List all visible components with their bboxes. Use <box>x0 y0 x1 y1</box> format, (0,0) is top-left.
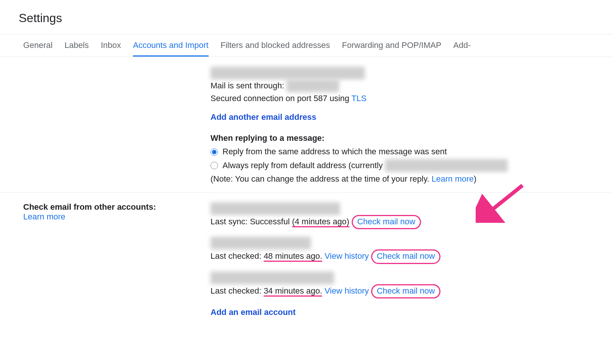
section-left <box>23 67 210 185</box>
reply-option-same-row: Reply from the same address to which the… <box>210 145 612 158</box>
view-history-link[interactable]: View history <box>325 286 369 295</box>
settings-page: Settings General Labels Inbox Accounts a… <box>0 0 612 325</box>
last-checked-time: 34 minutes ago. <box>264 286 322 297</box>
reply-radio-same[interactable] <box>210 148 218 156</box>
tab-accounts-import[interactable]: Accounts and Import <box>133 34 209 57</box>
tab-labels[interactable]: Labels <box>64 34 89 57</box>
check-mail-now-link[interactable]: Check mail now <box>352 215 421 229</box>
add-email-account-link[interactable]: Add an email account <box>210 306 296 319</box>
reply-option-same-label: Reply from the same address to which the… <box>222 145 447 158</box>
view-history-link[interactable]: View history <box>325 251 369 261</box>
reply-option-default-row: Always reply from default address (curre… <box>210 159 612 172</box>
settings-content: ████ ████ <████████████████> Mail is sen… <box>0 57 612 325</box>
last-checked-label: Last checked: <box>210 251 264 261</box>
last-sync-label: Last sync: Successful <box>210 217 292 226</box>
section-check-mail: Check email from other accounts: Learn m… <box>0 192 612 326</box>
external-account-row: ████ ██████ ██ ████ Last checked: 48 min… <box>210 237 612 264</box>
tab-filters[interactable]: Filters and blocked addresses <box>221 34 330 57</box>
secured-connection-text: Secured connection on port 587 using <box>210 94 351 103</box>
section-left-checkmail: Check email from other accounts: Learn m… <box>23 202 210 319</box>
check-mail-heading: Check email from other accounts: <box>23 202 210 212</box>
check-mail-now-link[interactable]: Check mail now <box>371 284 440 298</box>
redacted-account-3: █████████ ████ ███ ████ <box>210 272 334 284</box>
last-checked-label: Last checked: <box>210 286 264 295</box>
last-checked-time: 48 minutes ago. <box>264 251 322 262</box>
section-send-mail-as: ████ ████ <████████████████> Mail is sen… <box>0 57 612 192</box>
redacted-server: █████████ <box>287 79 339 92</box>
tls-link[interactable]: TLS <box>351 94 366 103</box>
settings-tabs: General Labels Inbox Accounts and Import… <box>0 34 612 57</box>
reply-note: (Note: You can change the address at the… <box>210 173 612 185</box>
note-prefix: (Note: You can change the address at the… <box>210 174 431 183</box>
add-another-email-link[interactable]: Add another email address <box>210 111 316 124</box>
tab-forwarding[interactable]: Forwarding and POP/IMAP <box>342 34 441 57</box>
learn-more-link-reply[interactable]: Learn more <box>431 174 474 183</box>
redacted-account-2: ████ ██████ ██ ████ <box>210 237 311 249</box>
last-sync-time: (4 minutes ago) <box>292 217 349 227</box>
redacted-default-address: █████████████████████ <box>385 159 508 172</box>
reply-radio-default[interactable] <box>210 162 218 169</box>
reply-heading: When replying to a message: <box>210 132 612 145</box>
check-mail-now-link[interactable]: Check mail now <box>371 249 440 264</box>
learn-more-link-checkmail[interactable]: Learn more <box>23 212 66 221</box>
note-suffix: ) <box>474 174 476 183</box>
page-title: Settings <box>0 0 612 34</box>
section-right: ████ ████ <████████████████> Mail is sen… <box>210 67 612 185</box>
external-account-row: █████████ ████ ███ ████ Last checked: 34… <box>210 272 612 298</box>
tab-addons[interactable]: Add- <box>453 34 470 57</box>
tab-inbox[interactable]: Inbox <box>101 34 121 57</box>
redacted-name: ████ ████ <████████████████> <box>210 67 365 79</box>
tab-general[interactable]: General <box>23 34 52 57</box>
external-account-row: ████ ████████ ██ ███████ Last sync: Succ… <box>210 202 612 229</box>
mail-sent-through-label: Mail is sent through: <box>210 81 287 90</box>
reply-option-default-label: Always reply from default address (curre… <box>222 161 385 170</box>
redacted-account-1: ████ ████████ ██ ███████ <box>210 202 340 215</box>
section-right-checkmail: ████ ████████ ██ ███████ Last sync: Succ… <box>210 202 612 319</box>
